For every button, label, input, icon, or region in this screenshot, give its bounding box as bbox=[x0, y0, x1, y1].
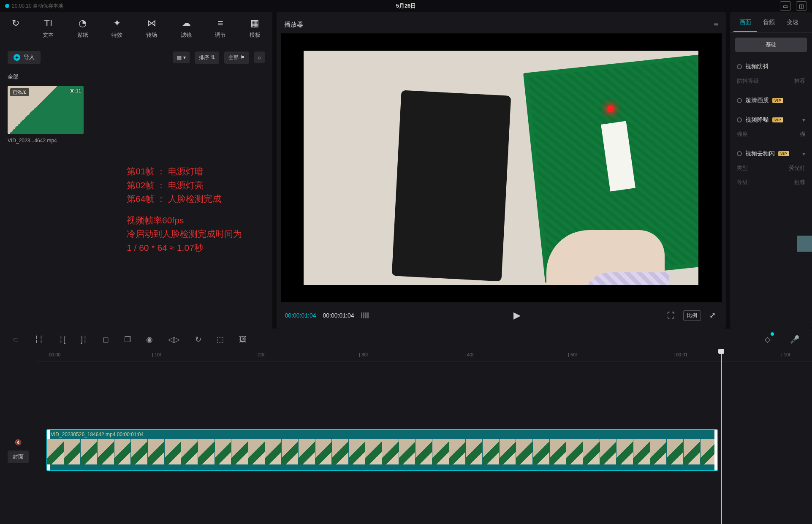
tool-tab-adjust[interactable]: ≡调节 bbox=[206, 15, 234, 41]
trim-right-icon[interactable]: ]╎ bbox=[73, 331, 95, 348]
fullscreen-icon[interactable]: ⤢ bbox=[708, 309, 717, 322]
layout-icon-2[interactable]: ◫ bbox=[796, 1, 807, 11]
sort-button[interactable]: 排序 ⇅ bbox=[195, 52, 219, 64]
search-button[interactable]: ⌕ bbox=[254, 52, 265, 63]
columns-icon[interactable] bbox=[361, 312, 369, 318]
edit-toolbar: ⊂ ╎╎ ╎[ ]╎ ◻ ❐ ◉ ◁▷ ↻ ⬚ 🖼 ◇ 🎤 bbox=[0, 329, 812, 350]
radio-icon[interactable] bbox=[737, 151, 742, 156]
layout-icon-1[interactable]: ▭ bbox=[780, 1, 791, 11]
stabilize-level-value: 推荐 bbox=[794, 77, 805, 85]
rotate-icon[interactable]: ↻ bbox=[187, 331, 209, 348]
undo-icon[interactable]: ⊂ bbox=[5, 331, 27, 348]
section-deflicker[interactable]: 视频去频闪 VIP ▾ bbox=[737, 150, 805, 157]
view-grid-button[interactable]: ▦ ▾ bbox=[173, 52, 189, 63]
stabilize-level-label: 防抖等级 bbox=[737, 77, 759, 85]
ruler-tick: | 10f bbox=[152, 352, 161, 357]
timeline-clip[interactable]: VID_20230526_184642.mp4 00:00:01:04 bbox=[46, 429, 718, 471]
play-button[interactable]: ▶ bbox=[512, 308, 522, 323]
plus-icon: + bbox=[14, 54, 20, 61]
radio-icon[interactable] bbox=[737, 117, 742, 122]
scrollbar-thumb[interactable] bbox=[797, 236, 812, 252]
denoise-strength-label: 强度 bbox=[737, 130, 748, 138]
total-time: 00:00:01:04 bbox=[323, 312, 354, 319]
tracks-area[interactable]: 🔇 封面 VID_20230526_184642.mp4 00:00:01:04 bbox=[0, 361, 812, 524]
section-denoise[interactable]: 视频降噪 VIP ▾ bbox=[737, 116, 805, 124]
category-all-label: 全部 bbox=[8, 73, 265, 81]
focus-icon[interactable]: ⛶ bbox=[665, 310, 676, 322]
player-controls: 00:00:01:04 00:00:01:04 ▶ ⛶ 比例 ⤢ bbox=[281, 302, 722, 329]
crop-icon[interactable]: ◻ bbox=[95, 331, 117, 348]
vip-badge: VIP bbox=[772, 98, 783, 103]
timeline-clip-label: VID_20230526_184642.mp4 00:00:01:04 bbox=[51, 432, 144, 437]
media-clip[interactable]: 已添加 00:11 VID_2023...4642.mp4 bbox=[8, 86, 84, 144]
tab-speed[interactable]: 变速 bbox=[781, 14, 804, 32]
trim-left-icon[interactable]: ╎[ bbox=[51, 331, 73, 348]
ruler-tick: | 20f bbox=[255, 352, 264, 357]
split-icon[interactable]: ╎╎ bbox=[27, 331, 51, 348]
tab-video[interactable]: 画面 bbox=[733, 14, 757, 32]
chevron-down-icon[interactable]: ▾ bbox=[802, 117, 805, 123]
project-title: 5月26日 bbox=[396, 2, 416, 10]
tool-tab-transition[interactable]: ⋈转场 bbox=[138, 15, 166, 41]
tool-tab-effect[interactable]: ✦特效 bbox=[103, 15, 131, 41]
mirror-icon[interactable]: ◁▷ bbox=[160, 331, 187, 348]
titlebar: 20:00:10 自动保存本地 5月26日 ▭ ◫ bbox=[0, 0, 812, 12]
adjust-icon: ≡ bbox=[218, 18, 223, 29]
ruler-tick: | 10f bbox=[781, 352, 790, 357]
radio-icon[interactable] bbox=[737, 64, 742, 69]
tab-audio[interactable]: 音频 bbox=[757, 14, 781, 32]
subtab-basic[interactable]: 基础 bbox=[735, 38, 807, 52]
effect-icon: ✦ bbox=[113, 18, 121, 29]
player-menu-icon[interactable]: ≡ bbox=[714, 20, 719, 29]
media-panel: ↻ TI文本 ◔贴纸 ✦特效 ⋈转场 ☁滤镜 ≡调节 ▦模板 + 导入 ▦ ▾ … bbox=[0, 12, 272, 329]
autosave-text: 20:00:10 自动保存本地 bbox=[12, 3, 63, 10]
deflicker-level-label: 等级 bbox=[737, 179, 748, 186]
player-title: 播放器 bbox=[284, 21, 303, 29]
cover-button[interactable]: 封面 bbox=[8, 451, 29, 463]
tool-tab-template[interactable]: ▦模板 bbox=[241, 15, 269, 41]
ruler-tick: | 00:00 bbox=[46, 352, 60, 357]
video-preview[interactable] bbox=[281, 33, 722, 302]
tool-tab-text[interactable]: TI文本 bbox=[34, 15, 62, 41]
ruler-tick: | 50f bbox=[568, 352, 577, 357]
section-stabilize[interactable]: 视频防抖 bbox=[737, 63, 805, 71]
crop2-icon[interactable]: ⬚ bbox=[209, 331, 231, 348]
ratio-button[interactable]: 比例 bbox=[683, 310, 701, 321]
tool-tab-filter[interactable]: ☁滤镜 bbox=[172, 15, 200, 41]
sticker-icon: ◔ bbox=[79, 18, 87, 29]
reverse-icon[interactable]: ◉ bbox=[139, 331, 160, 348]
time-ruler[interactable]: | 00:00| 10f| 20f| 30f| 40f| 50f| 00:01|… bbox=[38, 350, 812, 361]
timeline-panel: ⊂ ╎╎ ╎[ ]╎ ◻ ❐ ◉ ◁▷ ↻ ⬚ 🖼 ◇ 🎤 | 00:00| 1… bbox=[0, 329, 812, 524]
ruler-tick: | 30f bbox=[359, 352, 368, 357]
ruler-tick: | 00:01 bbox=[673, 352, 687, 357]
playhead[interactable] bbox=[721, 350, 722, 524]
section-hd[interactable]: 超清画质 VIP bbox=[737, 97, 805, 104]
text-icon: TI bbox=[44, 18, 53, 29]
deflicker-type-label: 类型 bbox=[737, 164, 748, 172]
properties-panel: 画面 音频 变速 基础 视频防抖 防抖等级 推荐 超清画质 VIP bbox=[730, 12, 812, 329]
current-time: 00:00:01:04 bbox=[285, 312, 316, 319]
clip-duration: 00:11 bbox=[69, 88, 81, 93]
autosave-status: 20:00:10 自动保存本地 bbox=[5, 3, 63, 10]
mic-icon[interactable]: 🎤 bbox=[782, 331, 807, 348]
tool-tab-sticker[interactable]: ◔贴纸 bbox=[69, 15, 97, 41]
clip-handle-right[interactable] bbox=[714, 430, 717, 470]
import-button[interactable]: + 导入 bbox=[8, 51, 41, 64]
radio-icon[interactable] bbox=[737, 98, 742, 103]
filter-all-button[interactable]: 全部 ⚑ bbox=[224, 52, 249, 64]
tool-tab-media[interactable]: ↻ bbox=[3, 15, 28, 41]
clip-thumbnail[interactable]: 已添加 00:11 bbox=[8, 86, 84, 134]
ruler-tick: | 40f bbox=[464, 352, 473, 357]
deflicker-level-value: 推荐 bbox=[794, 179, 805, 186]
keyframe-icon[interactable]: ◇ bbox=[757, 331, 778, 348]
deflicker-type-value: 荧光灯 bbox=[789, 164, 805, 172]
chevron-down-icon[interactable]: ▾ bbox=[802, 150, 805, 157]
vip-badge: VIP bbox=[778, 151, 789, 156]
export-frame-icon[interactable]: 🖼 bbox=[231, 332, 254, 348]
transition-icon: ⋈ bbox=[147, 18, 156, 29]
mute-icon[interactable]: 🔇 bbox=[13, 437, 23, 447]
annotation-overlay: 第01帧 ： 电源灯暗 第02帧 ： 电源灯亮 第64帧 ： 人脸检测完成 视频… bbox=[127, 165, 242, 255]
denoise-strength-value: 强 bbox=[800, 130, 805, 138]
copy-icon[interactable]: ❐ bbox=[117, 331, 139, 348]
autosave-dot-icon bbox=[5, 4, 9, 8]
